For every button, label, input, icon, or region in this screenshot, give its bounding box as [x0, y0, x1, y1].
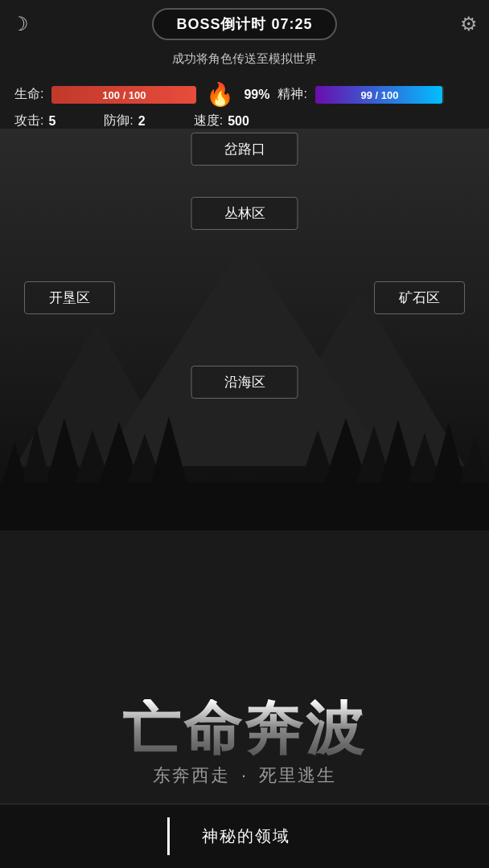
- main-title: 亡命奔波: [0, 699, 489, 757]
- crossroads-button[interactable]: 岔路口: [191, 133, 298, 166]
- sub2: 死里逃生: [259, 765, 336, 785]
- hp-value: 100 / 100: [102, 88, 146, 100]
- bottom-section: 神秘的领域: [0, 804, 489, 868]
- stats-row1: 生命: 100 / 100 🔥 99% 精神: 99 / 100: [14, 81, 475, 108]
- hp-bar: 100 / 100: [51, 86, 196, 104]
- title-area: 亡命奔波 东奔西走 · 死里逃生: [0, 699, 489, 788]
- subtitle: 东奔西走 · 死里逃生: [0, 764, 489, 788]
- mp-bar: 99 / 100: [315, 86, 444, 104]
- hp-label: 生命:: [14, 86, 43, 103]
- boss-timer: BOSS倒计时 07:25: [152, 8, 336, 40]
- moon-icon: ☽: [11, 13, 29, 35]
- mp-label: 精神:: [277, 86, 306, 103]
- hp-percent: 99%: [244, 88, 269, 102]
- pioneer-button[interactable]: 开垦区: [24, 281, 115, 314]
- nav-overlay: 岔路口 丛林区 开垦区 矿石区 沿海区: [0, 125, 489, 542]
- sub1: 东奔西走: [153, 765, 230, 785]
- forest-button[interactable]: 丛林区: [191, 197, 298, 230]
- fire-icon: 🔥: [206, 81, 234, 108]
- subtitle-dot: ·: [241, 765, 248, 785]
- top-bar: ☽ BOSS倒计时 07:25 ⚙: [0, 0, 489, 48]
- gear-icon[interactable]: ⚙: [460, 13, 478, 35]
- mine-button[interactable]: 矿石区: [374, 281, 465, 314]
- mp-value: 99 / 100: [360, 88, 398, 100]
- status-message: 成功将角色传送至模拟世界: [0, 48, 489, 75]
- coast-button[interactable]: 沿海区: [191, 366, 298, 399]
- mystery-button[interactable]: 神秘的领域: [167, 817, 323, 855]
